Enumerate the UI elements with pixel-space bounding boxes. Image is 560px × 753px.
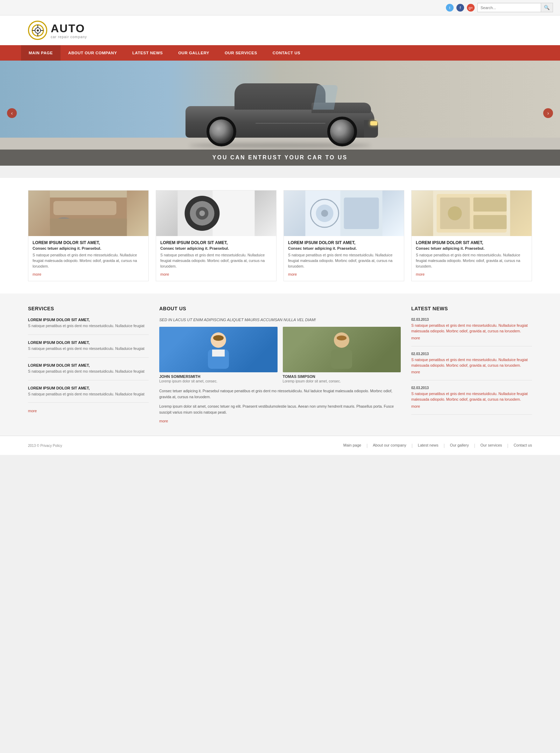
news-more-2[interactable]: more	[411, 370, 420, 374]
news-item-2: 02.03.2013 S natoque penatibus et gnis d…	[411, 352, 532, 381]
preventive-service-image	[284, 191, 404, 236]
schedule-service-subheading: Consec tetuer adipicing it. Praesebul.	[33, 246, 144, 250]
service-item-2-text: S natoque penatibus et gnis dent mo ntes…	[28, 346, 149, 352]
footer-links: Main page | About our company | Latest n…	[343, 443, 532, 448]
footer-link-about[interactable]: About our company	[373, 443, 406, 448]
footer-sep-4: |	[474, 443, 475, 448]
tire-service-card: LOREM IPSUM DOLOR SIT AMET, Consec tetue…	[156, 190, 276, 281]
footer-link-gallery[interactable]: Our gallery	[450, 443, 469, 448]
news-date-3: 02.03.2013	[411, 386, 532, 390]
services-list-heading: SERVICES	[28, 306, 149, 311]
service-item-4-title: LOREM IPSUM DOLOR SIT AMET,	[28, 386, 149, 390]
footer-sep-2: |	[412, 443, 413, 448]
hero-caption-text: YOU CAN ENTRUST YOUR CAR TO US	[212, 154, 348, 160]
services-list-column: SERVICES LOREM IPSUM DOLOR SIT AMET, S n…	[28, 306, 149, 423]
schedule-service-more[interactable]: more	[33, 272, 41, 276]
logo[interactable]: AUTO car repair company	[28, 21, 87, 40]
team-photo-tomas	[283, 327, 401, 372]
team-photo-john	[159, 327, 278, 372]
news-date-2: 02.03.2013	[411, 352, 532, 356]
footer-link-services[interactable]: Our services	[481, 443, 502, 448]
bottom-section: SERVICES LOREM IPSUM DOLOR SIT AMET, S n…	[0, 293, 560, 436]
preventive-service-more[interactable]: more	[288, 272, 297, 276]
services-cards-section: LOREM IPSUM DOLOR SIT AMET, Consec tetue…	[0, 178, 560, 293]
logo-text: AUTO car repair company	[51, 22, 87, 39]
about-column: ABOUT US SED IN LACUS UT ENIM ADIPISCING…	[159, 306, 401, 423]
navigation: MAIN PAGE ABOUT OUR COMPANY LATEST NEWS …	[0, 45, 560, 61]
service-item-2: LOREM IPSUM DOLOR SIT AMET, S natoque pe…	[28, 340, 149, 358]
about-team: JOHN SOMMERSMITH Loremp ipsum dolor sit …	[159, 327, 401, 383]
news-date-1: 02.03.2013	[411, 318, 532, 322]
footer-copy: 2013 © Privacy Policy	[28, 444, 62, 448]
hero: ‹ YOU CAN ENTRUST YOUR CAR TO US ›	[0, 61, 560, 166]
google-icon[interactable]: g+	[467, 4, 475, 12]
team-member-tomas: TOMAS SIMPSON Loremp ipsum dolor sit ame…	[283, 327, 401, 383]
svg-rect-20	[344, 198, 379, 229]
news-item-1: 02.03.2013 S natoque penatibus et gnis d…	[411, 318, 532, 346]
services-more-link[interactable]: more	[28, 409, 37, 413]
special-service-more[interactable]: more	[416, 272, 425, 276]
facebook-icon[interactable]: f	[456, 4, 464, 12]
team-member-john: JOHN SOMMERSMITH Loremp ipsum dolor sit …	[159, 327, 278, 383]
svg-point-17	[200, 210, 205, 216]
tire-service-body: LOREM IPSUM DOLOR SIT AMET, Consec tetue…	[156, 236, 276, 281]
news-more-3[interactable]: more	[411, 404, 420, 408]
news-more-1[interactable]: more	[411, 336, 420, 340]
news-column: LATEST NEWS 02.03.2013 S natoque penatib…	[411, 306, 532, 423]
logo-icon	[28, 21, 47, 40]
special-service-image	[412, 191, 532, 236]
special-service-card: LOREM IPSUM DOLOR SIT AMET, Consec tetue…	[411, 190, 532, 281]
about-text-2: Loremp ipsum dolor sit amet, consec tetu…	[159, 403, 401, 415]
search-button[interactable]: 🔍	[541, 3, 553, 12]
team-member-john-desc: Loremp ipsum dolor sit amet, consec.	[159, 379, 278, 383]
nav-gallery[interactable]: OUR GALLERY	[170, 45, 217, 61]
schedule-service-card: LOREM IPSUM DOLOR SIT AMET, Consec tetue…	[28, 190, 149, 281]
nav-main-page[interactable]: MAIN PAGE	[21, 45, 61, 61]
svg-rect-11	[50, 219, 127, 236]
tire-service-more[interactable]: more	[160, 272, 169, 276]
service-item-1: LOREM IPSUM DOLOR SIT AMET, S natoque pe…	[28, 318, 149, 335]
special-service-body: LOREM IPSUM DOLOR SIT AMET, Consec tetue…	[412, 236, 532, 281]
header: AUTO car repair company	[0, 15, 560, 45]
hero-arrow-right[interactable]: ›	[543, 108, 553, 118]
about-more-link[interactable]: more	[159, 419, 168, 423]
twitter-icon[interactable]: t	[446, 4, 454, 12]
search-box: 🔍	[477, 3, 553, 12]
schedule-service-text: S natoque penatibus et gnis dent mo ntes…	[33, 253, 144, 269]
preventive-service-card: LOREM IPSUM DOLOR SIT AMET, Consec tetue…	[284, 190, 404, 281]
svg-point-34	[213, 335, 224, 341]
nav-services[interactable]: OUR SERVICES	[217, 45, 265, 61]
footer: 2013 © Privacy Policy Main page | About …	[0, 436, 560, 455]
preventive-service-subheading: Consec tetuer adipicing it. Praesebul.	[288, 246, 400, 250]
tire-service-image	[156, 191, 276, 236]
team-member-tomas-desc: Loremp ipsum dolor sit amet, consec.	[283, 379, 401, 383]
svg-point-6	[37, 29, 39, 32]
footer-sep-3: |	[443, 443, 444, 448]
svg-rect-9	[54, 201, 117, 215]
preventive-service-text: S natoque penatibus et gnis dent mo ntes…	[288, 253, 400, 269]
svg-point-38	[337, 336, 346, 340]
hero-arrow-left[interactable]: ‹	[7, 108, 17, 118]
team-member-tomas-name: TOMAS SIMPSON	[283, 374, 401, 379]
hero-caption: YOU CAN ENTRUST YOUR CAR TO US	[0, 150, 560, 166]
tire-service-text: S natoque penatibus et gnis dent mo ntes…	[160, 253, 272, 269]
nav-contact[interactable]: CONTACT US	[265, 45, 308, 61]
footer-link-news[interactable]: Latest news	[418, 443, 439, 448]
news-item-3: 02.03.2013 S natoque penatibus et gnis d…	[411, 386, 532, 415]
about-heading: ABOUT US	[159, 306, 401, 311]
footer-link-contact[interactable]: Contact us	[513, 443, 532, 448]
news-heading: LATEST NEWS	[411, 306, 532, 311]
search-input[interactable]	[478, 4, 541, 12]
footer-link-main[interactable]: Main page	[343, 443, 361, 448]
nav-latest-news[interactable]: LATEST NEWS	[125, 45, 170, 61]
svg-rect-36	[331, 350, 352, 369]
nav-about[interactable]: ABOUT OUR COMPANY	[61, 45, 125, 61]
tire-service-title: LOREM IPSUM DOLOR SIT AMET,	[160, 240, 272, 245]
service-item-4: LOREM IPSUM DOLOR SIT AMET, S natoque pe…	[28, 386, 149, 403]
service-item-3-text: S natoque penatibus et gnis dent mo ntes…	[28, 369, 149, 374]
service-item-2-title: LOREM IPSUM DOLOR SIT AMET,	[28, 340, 149, 345]
news-text-3: S natoque penatibus et gnis dent mo ntes…	[411, 391, 532, 402]
logo-title: AUTO	[51, 22, 87, 35]
svg-rect-28	[474, 215, 507, 229]
services-grid: LOREM IPSUM DOLOR SIT AMET, Consec tetue…	[28, 190, 532, 281]
